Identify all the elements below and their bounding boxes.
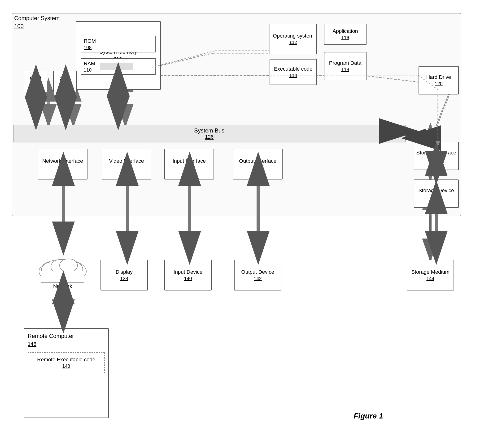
cpu-box: CPU 102	[53, 71, 77, 92]
figure-label: Figure 1	[354, 412, 383, 420]
svg-rect-27	[41, 271, 84, 283]
storage-interface-box: Storage Interface 122	[414, 142, 459, 170]
network-interface-box: Network Interface 128	[38, 149, 88, 179]
program-data-box: Program Data 118	[324, 52, 366, 80]
storage-medium-box: Storage Medium 144	[407, 260, 454, 290]
remote-exec-box: Remote Executable code 148	[28, 352, 105, 373]
remote-computer-box: Remote Computer 146 Remote Executable co…	[24, 328, 109, 418]
input-interface-box: Input Interface 132	[164, 149, 214, 179]
rom-box: ROM 108	[81, 36, 156, 52]
output-device-box: Output Device 142	[234, 260, 282, 290]
svg-point-26	[60, 259, 78, 272]
storage-device-box: Storage Device 124	[414, 179, 459, 208]
input-device-box: Input Device 140	[164, 260, 212, 290]
output-interface-box: Output Interface 134	[233, 149, 282, 179]
application-box: Application 116	[324, 24, 366, 45]
system-memory-box: System Memory 106 ROM 108 RAM 110	[76, 21, 161, 90]
ram-bar	[100, 63, 133, 70]
system-bus-box: System Bus 126	[13, 125, 406, 142]
network-cloud: Network 136	[35, 250, 90, 297]
exec-code-box: Executable code 114	[270, 59, 317, 85]
display-box: Display 138	[100, 260, 148, 290]
hard-drive-box: Hard Drive 120	[419, 66, 459, 95]
ram-box: RAM 110	[81, 58, 156, 75]
video-interface-box: Video Interface 130	[102, 149, 151, 179]
gpu-box: GPU 104	[24, 71, 47, 92]
os-box: Operating system 112	[270, 24, 317, 54]
